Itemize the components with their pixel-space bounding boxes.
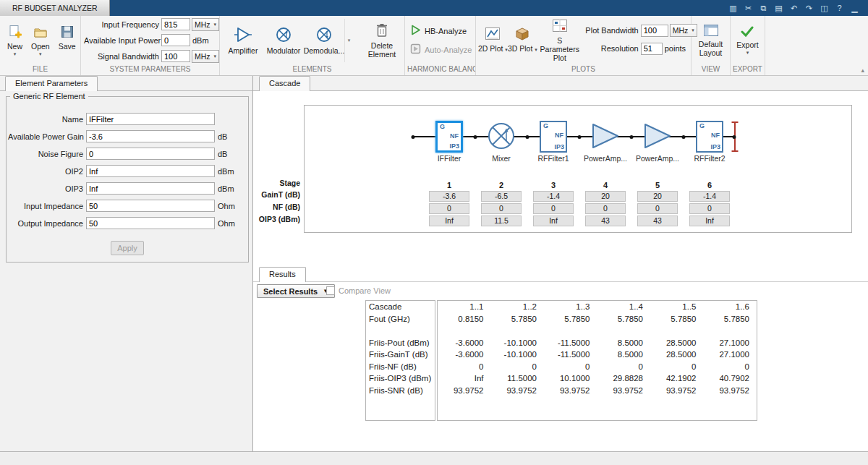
resolution-input[interactable] — [641, 43, 663, 55]
help-icon[interactable]: ? — [833, 2, 846, 14]
app-title-tab[interactable]: RF BUDGET ANALYZER — [0, 0, 110, 16]
section-label-system-parameters: SYSTEM PARAMETERS — [81, 64, 219, 75]
save-button[interactable]: Save . — [56, 24, 79, 57]
export-button[interactable]: Export ▾ — [733, 25, 761, 56]
quick-save-icon[interactable]: ▥ — [727, 2, 739, 14]
parameter-label: OIP3 — [8, 184, 83, 193]
results-cell: -11.5000 — [544, 349, 597, 361]
select-results-label: Select Results — [263, 287, 318, 296]
stage-value-cell: -1.4 — [689, 191, 730, 202]
demodulator-button[interactable]: Demodula... — [304, 25, 344, 56]
group-legend: Generic RF Element — [10, 92, 88, 101]
collapse-ribbon-button[interactable]: ▴ — [861, 67, 864, 74]
cascade-diagram: GNFIP3IFFilterMixerGNFIP3RFFilter1PowerA… — [304, 105, 852, 233]
parameter-input[interactable] — [86, 130, 215, 142]
amplifier-button[interactable]: Amplifier — [223, 25, 263, 56]
chevron-down-icon: ▾ — [746, 50, 749, 55]
input-frequency-input[interactable] — [161, 18, 190, 30]
plot-bandwidth-input[interactable] — [641, 25, 668, 37]
2d-plot-icon — [485, 27, 501, 43]
hb-analyze-button[interactable]: HB-Analyze — [410, 25, 467, 37]
parameter-input[interactable] — [86, 148, 215, 160]
signal-bandwidth-input[interactable] — [161, 50, 190, 62]
undo-icon[interactable]: ↶ — [788, 2, 800, 14]
results-cell: -3.6000 — [438, 337, 491, 349]
auto-analyze-button[interactable]: Auto-Analyze — [410, 43, 472, 56]
cascade-element-2[interactable]: Mixer — [472, 106, 530, 172]
ribbon-section-harmonic-balance: HB-Analyze Auto-Analyze HARMONIC BALANCE — [405, 16, 476, 75]
tab-cascade[interactable]: Cascade — [259, 76, 310, 91]
unit-value: MHz — [195, 52, 210, 61]
workspace-panel: Cascade Stage GainT (dB) NF (dB) OIP3 (d… — [253, 76, 868, 452]
open-button[interactable]: Open ▾ — [28, 24, 53, 57]
parameter-input[interactable] — [86, 200, 215, 212]
results-cell: 93.9752 — [597, 385, 651, 397]
cascade-element-label: PowerAmp... — [576, 154, 634, 163]
section-label-file: FILE — [0, 64, 80, 75]
elements-gallery-scroll[interactable]: ▾ — [344, 19, 353, 62]
ip3-badge: IP3 — [710, 143, 720, 150]
cut-icon[interactable]: ✂ — [742, 2, 754, 14]
results-row: 93.975293.975293.975293.975293.975293.97… — [438, 385, 757, 397]
gain-row-header: GainT (dB) — [253, 190, 300, 199]
stage-value-cell: -3.6 — [429, 191, 469, 202]
parameter-input[interactable] — [86, 113, 215, 125]
stage-value-cell: -6.5 — [481, 191, 522, 202]
parameter-label: Noise Figure — [8, 150, 83, 158]
results-cell: 0 — [650, 361, 704, 373]
results-cell: 28.5000 — [650, 349, 704, 361]
available-input-power-input[interactable] — [161, 34, 190, 46]
input-frequency-label: Input Frequency — [84, 20, 159, 29]
compare-view-checkbox[interactable] — [326, 286, 335, 295]
cascade-element-label: RFFilter1 — [524, 154, 582, 163]
parameter-row: Name — [8, 113, 247, 125]
default-layout-button[interactable]: Default Layout — [692, 23, 731, 58]
gain-badge: G — [699, 122, 705, 129]
results-cell: 0 — [544, 361, 597, 373]
cascade-element-3[interactable]: GNFIP3RFFilter1 — [524, 106, 582, 172]
results-cell: 1..3 — [544, 301, 597, 313]
3d-plot-button[interactable]: 3D Plot ▾ — [508, 25, 537, 56]
nf-badge: NF — [450, 132, 459, 140]
minimize-icon[interactable]: ▁ — [848, 2, 861, 14]
delete-element-button[interactable]: Delete Element — [360, 22, 404, 59]
titlebar: RF BUDGET ANALYZER ▥✂⧉▤↶↷◫?▁ — [0, 0, 868, 16]
copy-icon[interactable]: ⧉ — [757, 2, 770, 14]
parameter-row: OIP2dBm — [8, 165, 247, 177]
amplifier-icon-wrap — [643, 122, 672, 151]
results-cell: 93.9752 — [544, 385, 597, 397]
stage-number: 3 — [533, 181, 574, 189]
cascade-element-1[interactable]: GNFIP3IFFilter — [420, 106, 478, 172]
chevron-down-icon: ▾ — [213, 54, 216, 59]
mixer-icon — [487, 121, 516, 150]
results-row-label: Fout (GHz) — [366, 313, 435, 325]
signal-bandwidth-unit-select[interactable]: MHz▾ — [192, 50, 219, 63]
stage-value-cell: 43 — [637, 216, 678, 226]
tab-element-parameters[interactable]: Element Parameters — [5, 76, 98, 91]
parameter-input[interactable] — [86, 182, 215, 195]
apply-button[interactable]: Apply — [111, 241, 144, 255]
parameter-input[interactable] — [86, 165, 215, 177]
modulator-button[interactable]: Modulator — [263, 25, 304, 56]
section-label-elements: ELEMENTS — [220, 64, 404, 75]
tab-results[interactable]: Results — [259, 267, 306, 282]
stage-value-cell: 0 — [429, 203, 469, 214]
available-input-power-unit: dBm — [192, 36, 209, 45]
paste-icon[interactable]: ▤ — [773, 2, 785, 14]
new-button[interactable]: New ▾ — [4, 24, 25, 57]
parameter-input[interactable] — [86, 217, 215, 229]
gain-badge: G — [440, 123, 445, 130]
redo-icon[interactable]: ↷ — [803, 2, 815, 14]
2d-plot-button[interactable]: 2D Plot ▾ — [478, 25, 508, 56]
layout-icon[interactable]: ◫ — [818, 2, 830, 14]
input-frequency-unit-select[interactable]: MHz▾ — [192, 18, 219, 31]
cascade-element-4[interactable]: PowerAmp... — [576, 106, 634, 172]
cascade-element-6[interactable]: GNFIP3RFFilter2 — [681, 106, 739, 172]
save-button-label: Save — [59, 42, 76, 51]
parameter-row: Noise FiguredB — [8, 148, 247, 160]
cascade-element-5[interactable]: PowerAmp... — [629, 106, 686, 172]
select-results-button[interactable]: Select Results▼ — [257, 284, 335, 298]
plot-fields: Plot Bandwidth MHz▾ Resolution points — [585, 16, 697, 55]
results-cell: 5.7850 — [491, 313, 545, 325]
s-parameters-plot-button[interactable]: S Parameters Plot — [537, 17, 582, 64]
